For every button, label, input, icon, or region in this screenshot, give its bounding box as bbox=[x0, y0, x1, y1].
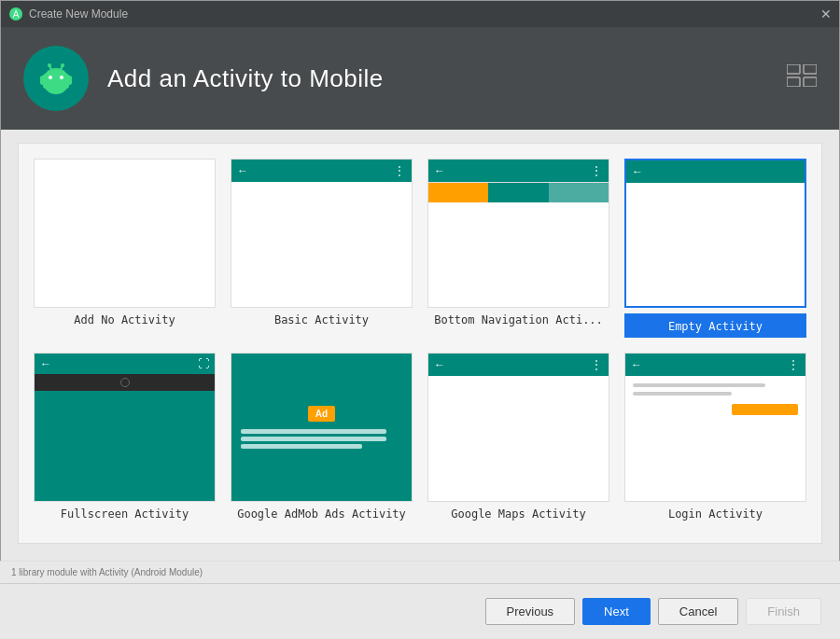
ad-line-1 bbox=[241, 429, 386, 434]
nav-seg-3 bbox=[549, 183, 609, 202]
no-activity-preview bbox=[34, 159, 216, 308]
fullscreen-label: Fullscreen Activity bbox=[61, 507, 189, 521]
back-arrow: ← bbox=[237, 164, 248, 177]
title-bar-left: A Create New Module bbox=[8, 7, 128, 21]
bottom-nav-label: Bottom Navigation Acti... bbox=[434, 313, 603, 326]
empty-activity-card[interactable]: ← Empty Activity bbox=[624, 159, 806, 338]
ad-line-3 bbox=[241, 444, 362, 449]
status-bar: 1 library module with Activity (Android … bbox=[0, 561, 840, 583]
overflow-menu: ⋮ bbox=[591, 358, 603, 371]
android-icon: A bbox=[8, 7, 23, 21]
login-label: Login Activity bbox=[668, 507, 763, 521]
svg-point-10 bbox=[48, 63, 51, 67]
fullscreen-preview: ← ⛶ bbox=[34, 353, 216, 502]
svg-rect-14 bbox=[787, 77, 800, 87]
ad-line-2 bbox=[241, 437, 386, 441]
ad-content-lines bbox=[241, 429, 402, 449]
svg-text:A: A bbox=[13, 9, 20, 20]
back-arrow: ← bbox=[434, 164, 445, 177]
svg-point-11 bbox=[61, 63, 64, 67]
phone-home-circle bbox=[120, 378, 130, 387]
login-field-1 bbox=[633, 383, 765, 387]
nav-seg-1 bbox=[428, 183, 488, 202]
view-toggle-icon[interactable] bbox=[787, 64, 817, 92]
overflow-menu: ⋮ bbox=[788, 358, 800, 371]
maps-activity-card[interactable]: ← ⋮ 📍 Google Maps Activity bbox=[427, 353, 609, 521]
maps-label: Google Maps Activity bbox=[451, 507, 586, 521]
header-title: Add an Activity to Mobile bbox=[107, 64, 384, 93]
fullscreen-expand-icon: ⛶ bbox=[198, 357, 209, 370]
login-field-2 bbox=[633, 392, 732, 396]
basic-activity-card[interactable]: ← ⋮ + Basic Activity bbox=[231, 159, 413, 338]
maps-preview: ← ⋮ 📍 bbox=[427, 353, 609, 502]
admob-activity-card[interactable]: Ad Google AdMob Ads Activity bbox=[231, 353, 413, 521]
login-activity-card[interactable]: ← ⋮ Login Activity bbox=[624, 353, 806, 521]
previous-button[interactable]: Previous bbox=[485, 598, 576, 625]
svg-point-6 bbox=[49, 76, 52, 79]
svg-rect-12 bbox=[787, 64, 800, 74]
ad-badge: Ad bbox=[308, 406, 335, 422]
bottom-nav-preview: ← ⋮ bbox=[427, 159, 609, 308]
nav-seg-2 bbox=[488, 183, 548, 202]
header: Add an Activity to Mobile bbox=[1, 27, 839, 130]
basic-activity-label: Basic Activity bbox=[274, 313, 369, 326]
svg-rect-4 bbox=[40, 76, 45, 85]
cancel-button[interactable]: Cancel bbox=[658, 598, 738, 625]
login-submit-btn bbox=[732, 404, 798, 415]
finish-button[interactable]: Finish bbox=[746, 598, 821, 625]
phone-bottom-bar bbox=[35, 374, 215, 391]
svg-rect-5 bbox=[67, 76, 72, 85]
bottom-nav-phone-top: ← ⋮ bbox=[428, 160, 609, 182]
no-activity-card[interactable]: Add No Activity bbox=[34, 159, 216, 338]
svg-rect-3 bbox=[43, 74, 69, 89]
basic-activity-preview: ← ⋮ + bbox=[231, 159, 413, 308]
title-bar-text: Create New Module bbox=[29, 7, 128, 21]
no-activity-label: Add No Activity bbox=[74, 313, 175, 326]
title-bar: A Create New Module ✕ bbox=[1, 1, 839, 27]
activity-grid: Add No Activity ← ⋮ + Basic Activity ← ⋮ bbox=[18, 143, 822, 544]
maps-phone-top: ← ⋮ bbox=[428, 354, 609, 376]
login-content bbox=[625, 376, 805, 423]
empty-activity-preview: ← bbox=[624, 159, 806, 308]
admob-preview: Ad bbox=[231, 353, 413, 502]
bottom-nav-phone-body bbox=[428, 182, 609, 202]
login-preview: ← ⋮ bbox=[624, 353, 806, 502]
status-text: 1 library module with Activity (Android … bbox=[11, 567, 203, 577]
basic-phone-top: ← ⋮ bbox=[231, 160, 412, 182]
bottom-nav-activity-card[interactable]: ← ⋮ Bottom Navigation Acti... bbox=[427, 159, 609, 338]
overflow-menu: ⋮ bbox=[394, 164, 406, 177]
android-studio-logo bbox=[33, 55, 79, 102]
back-arrow: ← bbox=[40, 357, 51, 370]
empty-activity-selected-bar: Empty Activity bbox=[624, 313, 806, 338]
bottom-nav-bar bbox=[428, 182, 609, 202]
login-phone-body bbox=[625, 376, 805, 423]
empty-activity-label: Empty Activity bbox=[668, 320, 763, 333]
back-arrow: ← bbox=[631, 358, 642, 371]
svg-point-7 bbox=[60, 76, 63, 79]
empty-phone-top: ← bbox=[626, 160, 805, 183]
admob-label: Google AdMob Ads Activity bbox=[237, 507, 406, 521]
login-phone-top: ← ⋮ bbox=[625, 354, 805, 376]
back-arrow: ← bbox=[632, 165, 643, 178]
close-button[interactable]: ✕ bbox=[820, 7, 832, 21]
back-arrow: ← bbox=[434, 358, 445, 371]
next-button[interactable]: Next bbox=[582, 598, 651, 625]
footer: Previous Next Cancel Finish bbox=[0, 583, 840, 639]
fullscreen-activity-card[interactable]: ← ⛶ Fullscreen Activity bbox=[34, 353, 216, 521]
overflow-menu: ⋮ bbox=[591, 164, 603, 177]
svg-rect-13 bbox=[804, 64, 817, 74]
svg-rect-15 bbox=[804, 77, 817, 87]
android-logo-circle bbox=[23, 46, 89, 111]
